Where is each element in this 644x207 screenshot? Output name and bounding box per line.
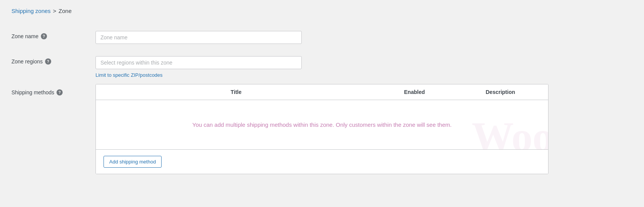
empty-message: You can add multiple shipping methods wi… xyxy=(193,121,452,128)
shipping-methods-help-icon[interactable]: ? xyxy=(57,89,63,95)
breadcrumb-link[interactable]: Shipping zones xyxy=(11,8,51,14)
woo-watermark: Woo xyxy=(472,114,548,150)
zone-regions-help-icon[interactable]: ? xyxy=(45,58,51,65)
table-empty-area: You can add multiple shipping methods wi… xyxy=(96,100,548,150)
shipping-methods-label: Shipping methods xyxy=(11,89,54,95)
table-header-enabled: Enabled xyxy=(376,89,453,95)
zone-name-input[interactable] xyxy=(95,31,302,44)
zone-name-label: Zone name xyxy=(11,33,39,39)
breadcrumb-separator: > xyxy=(53,8,57,14)
zone-regions-input[interactable] xyxy=(95,56,302,69)
table-header-description: Description xyxy=(453,89,548,95)
shipping-methods-table: Title Enabled Description You can add mu… xyxy=(95,84,549,174)
table-footer: Add shipping method xyxy=(96,150,548,174)
zone-regions-row: Zone regions ? Limit to specific ZIP/pos… xyxy=(11,50,633,84)
zone-regions-label: Zone regions xyxy=(11,58,43,65)
zone-regions-label-cell: Zone regions ? xyxy=(11,56,95,65)
zone-name-help-icon[interactable]: ? xyxy=(41,33,47,39)
shipping-methods-table-wrapper: Title Enabled Description You can add mu… xyxy=(95,84,633,174)
breadcrumb: Shipping zones > Zone xyxy=(11,8,633,14)
zone-regions-field-cell: Limit to specific ZIP/postcodes xyxy=(95,56,633,78)
shipping-methods-label-cell: Shipping methods ? xyxy=(11,84,95,95)
zone-name-field-cell xyxy=(95,31,633,44)
limit-zip-link[interactable]: Limit to specific ZIP/postcodes xyxy=(95,72,163,78)
shipping-methods-row: Shipping methods ? Title Enabled Descrip… xyxy=(11,84,633,174)
zone-name-label-cell: Zone name ? xyxy=(11,31,95,39)
svg-text:Woo: Woo xyxy=(472,114,548,150)
table-header: Title Enabled Description xyxy=(96,84,548,100)
table-header-title: Title xyxy=(96,89,376,95)
breadcrumb-current: Zone xyxy=(58,8,71,14)
page-container: Shipping zones > Zone Zone name ? Zone r… xyxy=(0,0,644,182)
add-shipping-method-button[interactable]: Add shipping method xyxy=(104,156,162,168)
zone-name-row: Zone name ? xyxy=(11,25,633,50)
